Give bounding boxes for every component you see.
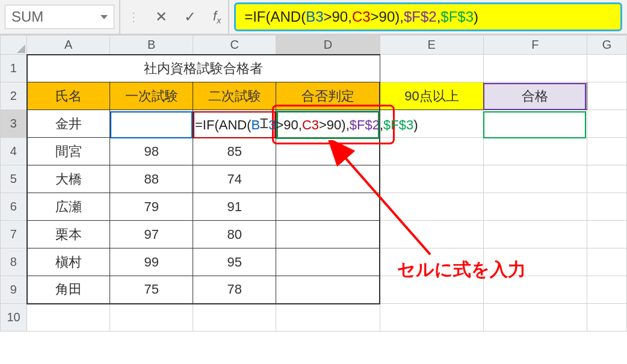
header-threshold[interactable]: 90点以上 bbox=[380, 82, 483, 110]
cell-C10[interactable] bbox=[193, 304, 276, 332]
row-head-9[interactable]: 9 bbox=[1, 276, 27, 304]
row-head-10[interactable]: 10 bbox=[1, 304, 27, 332]
row-head-8[interactable]: 8 bbox=[1, 248, 27, 276]
col-head-C[interactable]: C bbox=[193, 35, 276, 55]
cell-A8[interactable]: 槇村 bbox=[27, 248, 110, 276]
cell-F8[interactable] bbox=[483, 248, 587, 276]
cell-D9[interactable] bbox=[276, 276, 380, 304]
cell-F5[interactable] bbox=[483, 165, 587, 193]
cell-D8[interactable] bbox=[276, 248, 380, 276]
cell-G9[interactable] bbox=[587, 276, 626, 304]
cell-B9[interactable]: 75 bbox=[110, 276, 193, 304]
cell-E5[interactable] bbox=[380, 165, 483, 193]
cell-F1[interactable] bbox=[483, 55, 587, 82]
cell-B8[interactable]: 99 bbox=[110, 248, 193, 276]
cell-C8[interactable]: 95 bbox=[193, 248, 276, 276]
cell-D7[interactable] bbox=[276, 221, 380, 248]
cell-E9[interactable] bbox=[380, 276, 483, 304]
inline-seg: C3 bbox=[302, 117, 319, 132]
row-head-6[interactable]: 6 bbox=[1, 193, 27, 221]
col-head-E[interactable]: E bbox=[380, 35, 483, 55]
formula-seg: B3 bbox=[306, 8, 323, 25]
cell-A4[interactable]: 間宮 bbox=[27, 138, 110, 165]
col-head-B[interactable]: B bbox=[110, 35, 193, 55]
col-head-A[interactable]: A bbox=[27, 35, 110, 55]
cell-F10[interactable] bbox=[483, 304, 587, 332]
cell-G2[interactable] bbox=[587, 82, 626, 110]
fx-icon[interactable]: fx bbox=[213, 8, 221, 25]
row-head-1[interactable]: 1 bbox=[1, 55, 27, 82]
cell-C9[interactable]: 78 bbox=[193, 276, 276, 304]
cell-E1[interactable] bbox=[380, 55, 483, 82]
formula-buttons: ⋮ ✕ ✓ fx bbox=[120, 0, 229, 34]
cell-F7[interactable] bbox=[483, 221, 587, 248]
cell-C5[interactable]: 74 bbox=[193, 165, 276, 193]
formula-bar-input[interactable]: =IF(AND( B3 >90, C3 >90), $F$2 , $F$3 ) bbox=[234, 2, 622, 31]
formula-seg: ) bbox=[474, 8, 478, 25]
row-head-2[interactable]: 2 bbox=[1, 82, 27, 110]
select-all-corner[interactable] bbox=[1, 35, 27, 55]
cell-E4[interactable] bbox=[380, 138, 483, 165]
cell-G3[interactable] bbox=[587, 110, 626, 138]
cell-A6[interactable]: 広瀬 bbox=[27, 193, 110, 221]
expand-icon[interactable]: ⋮ bbox=[128, 10, 138, 24]
cell-B6[interactable]: 79 bbox=[110, 193, 193, 221]
cell-F9[interactable] bbox=[483, 276, 587, 304]
row-head-5[interactable]: 5 bbox=[1, 165, 27, 193]
cell-G6[interactable] bbox=[587, 193, 626, 221]
cell-G4[interactable] bbox=[587, 138, 626, 165]
cell-F3[interactable] bbox=[483, 110, 587, 138]
cell-D5[interactable] bbox=[276, 165, 380, 193]
cell-C4[interactable]: 85 bbox=[193, 138, 276, 165]
cell-D4[interactable] bbox=[276, 138, 380, 165]
enter-icon[interactable]: ✓ bbox=[184, 8, 196, 25]
cell-E7[interactable] bbox=[380, 221, 483, 248]
cell-A3[interactable]: 金井 bbox=[27, 110, 110, 138]
header-pass[interactable]: 合格 bbox=[483, 82, 587, 110]
cell-C6[interactable]: 91 bbox=[193, 193, 276, 221]
cell-G8[interactable] bbox=[587, 248, 626, 276]
name-box[interactable]: SUM bbox=[5, 5, 114, 29]
cell-G1[interactable] bbox=[587, 55, 626, 82]
cell-B4[interactable]: 98 bbox=[110, 138, 193, 165]
inline-seg: B bbox=[252, 117, 261, 132]
cell-E6[interactable] bbox=[380, 193, 483, 221]
row-10: 10 bbox=[1, 304, 627, 332]
cell-D10[interactable] bbox=[276, 304, 380, 332]
cell-E8[interactable] bbox=[380, 248, 483, 276]
cell-B3[interactable] bbox=[110, 110, 193, 138]
cell-D6[interactable] bbox=[276, 193, 380, 221]
cell-G7[interactable] bbox=[587, 221, 626, 248]
row-head-7[interactable]: 7 bbox=[1, 221, 27, 248]
header-name[interactable]: 氏名 bbox=[27, 82, 110, 110]
cancel-icon[interactable]: ✕ bbox=[155, 8, 167, 25]
cell-B7[interactable]: 97 bbox=[110, 221, 193, 248]
row-7: 7 栗本 97 80 bbox=[1, 221, 627, 248]
cell-F6[interactable] bbox=[483, 193, 587, 221]
inline-seg: $F$3 bbox=[383, 117, 413, 132]
header-exam1[interactable]: 一次試験 bbox=[110, 82, 193, 110]
cell-B5[interactable]: 88 bbox=[110, 165, 193, 193]
cells-table[interactable]: A B C D E F G 1 社内資格試験合格者 2 氏名 一次試験 二次試験… bbox=[0, 35, 627, 332]
cell-E10[interactable] bbox=[380, 304, 483, 332]
cell-G10[interactable] bbox=[587, 304, 626, 332]
row-6: 6 広瀬 79 91 bbox=[1, 193, 627, 221]
header-exam2[interactable]: 二次試験 bbox=[193, 82, 276, 110]
cell-C7[interactable]: 80 bbox=[193, 221, 276, 248]
inline-formula: =IF(AND(BᏆ3>90,C3>90),$F$2,$F$3) bbox=[194, 117, 418, 133]
cell-A10[interactable] bbox=[27, 304, 110, 332]
row-head-3[interactable]: 3 bbox=[1, 110, 27, 138]
cell-G5[interactable] bbox=[587, 165, 626, 193]
cell-A9[interactable]: 角田 bbox=[27, 276, 110, 304]
cell-B10[interactable] bbox=[110, 304, 193, 332]
header-result[interactable]: 合否判定 bbox=[276, 82, 380, 110]
cell-F4[interactable] bbox=[483, 138, 587, 165]
cell-A7[interactable]: 栗本 bbox=[27, 221, 110, 248]
row-head-4[interactable]: 4 bbox=[1, 138, 27, 165]
col-head-F[interactable]: F bbox=[483, 35, 587, 55]
col-head-G[interactable]: G bbox=[587, 35, 626, 55]
col-head-D[interactable]: D bbox=[276, 35, 380, 55]
cell-A5[interactable]: 大橋 bbox=[27, 165, 110, 193]
name-box-dropdown-icon[interactable] bbox=[100, 15, 108, 19]
title-cell[interactable]: 社内資格試験合格者 bbox=[27, 55, 380, 82]
